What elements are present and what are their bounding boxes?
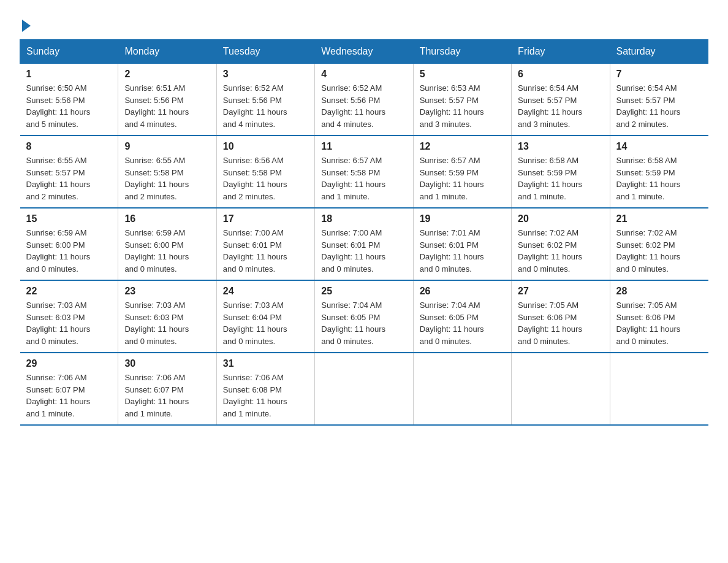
calendar-cell: 19Sunrise: 7:01 AMSunset: 6:01 PMDayligh… [413, 208, 511, 280]
calendar-cell: 29Sunrise: 7:06 AMSunset: 6:07 PMDayligh… [20, 353, 118, 425]
day-number: 15 [26, 213, 112, 224]
calendar-cell: 1Sunrise: 6:50 AMSunset: 5:56 PMDaylight… [20, 64, 118, 136]
calendar-cell: 14Sunrise: 6:58 AMSunset: 5:59 PMDayligh… [610, 136, 708, 208]
calendar-cell: 12Sunrise: 6:57 AMSunset: 5:59 PMDayligh… [413, 136, 511, 208]
calendar-cell: 25Sunrise: 7:04 AMSunset: 6:05 PMDayligh… [315, 280, 413, 353]
week-row-1: 1Sunrise: 6:50 AMSunset: 5:56 PMDaylight… [20, 64, 708, 136]
day-info: Sunrise: 7:05 AMSunset: 6:06 PMDaylight:… [518, 299, 603, 347]
day-number: 21 [616, 213, 702, 224]
calendar-cell: 18Sunrise: 7:00 AMSunset: 6:01 PMDayligh… [315, 208, 413, 280]
week-row-5: 29Sunrise: 7:06 AMSunset: 6:07 PMDayligh… [20, 353, 708, 425]
day-info: Sunrise: 7:04 AMSunset: 6:05 PMDaylight:… [420, 299, 505, 347]
calendar-cell: 13Sunrise: 6:58 AMSunset: 5:59 PMDayligh… [512, 136, 610, 208]
calendar-cell: 21Sunrise: 7:02 AMSunset: 6:02 PMDayligh… [610, 208, 708, 280]
day-info: Sunrise: 7:06 AMSunset: 6:08 PMDaylight:… [223, 372, 308, 419]
calendar-table: SundayMondayTuesdayWednesdayThursdayFrid… [20, 39, 708, 426]
day-number: 20 [518, 213, 603, 224]
logo-arrow-icon [22, 20, 31, 32]
calendar-cell: 15Sunrise: 6:59 AMSunset: 6:00 PMDayligh… [20, 208, 118, 280]
day-number: 14 [616, 141, 702, 152]
day-info: Sunrise: 7:02 AMSunset: 6:02 PMDaylight:… [518, 227, 603, 275]
day-number: 17 [223, 213, 308, 224]
day-info: Sunrise: 7:02 AMSunset: 6:02 PMDaylight:… [616, 227, 702, 275]
day-number: 18 [321, 213, 406, 224]
day-number: 2 [124, 69, 210, 80]
day-number: 4 [321, 69, 406, 80]
day-number: 30 [124, 358, 210, 369]
day-info: Sunrise: 6:52 AMSunset: 5:56 PMDaylight:… [223, 82, 308, 130]
day-info: Sunrise: 7:04 AMSunset: 6:05 PMDaylight:… [321, 299, 406, 347]
day-number: 7 [616, 69, 702, 80]
calendar-cell: 24Sunrise: 7:03 AMSunset: 6:04 PMDayligh… [216, 280, 314, 353]
calendar-cell [610, 353, 708, 425]
day-info: Sunrise: 6:56 AMSunset: 5:58 PMDaylight:… [223, 155, 308, 202]
day-info: Sunrise: 6:58 AMSunset: 5:59 PMDaylight:… [518, 155, 603, 202]
calendar-cell: 7Sunrise: 6:54 AMSunset: 5:57 PMDaylight… [610, 64, 708, 136]
calendar-cell: 5Sunrise: 6:53 AMSunset: 5:57 PMDaylight… [413, 64, 511, 136]
day-number: 9 [124, 141, 210, 152]
calendar-cell [512, 353, 610, 425]
day-info: Sunrise: 7:03 AMSunset: 6:04 PMDaylight:… [223, 299, 308, 347]
calendar-cell: 22Sunrise: 7:03 AMSunset: 6:03 PMDayligh… [20, 280, 118, 353]
calendar-cell: 4Sunrise: 6:52 AMSunset: 5:56 PMDaylight… [315, 64, 413, 136]
day-info: Sunrise: 6:57 AMSunset: 5:59 PMDaylight:… [420, 155, 505, 202]
header-tuesday: Tuesday [216, 40, 314, 64]
calendar-cell: 9Sunrise: 6:55 AMSunset: 5:58 PMDaylight… [118, 136, 216, 208]
calendar-cell: 6Sunrise: 6:54 AMSunset: 5:57 PMDaylight… [512, 64, 610, 136]
calendar-cell [413, 353, 511, 425]
calendar-cell: 11Sunrise: 6:57 AMSunset: 5:58 PMDayligh… [315, 136, 413, 208]
day-info: Sunrise: 7:05 AMSunset: 6:06 PMDaylight:… [616, 299, 702, 347]
calendar-header-row: SundayMondayTuesdayWednesdayThursdayFrid… [20, 40, 708, 64]
day-info: Sunrise: 6:54 AMSunset: 5:57 PMDaylight:… [518, 82, 603, 130]
day-number: 6 [518, 69, 603, 80]
header-monday: Monday [118, 40, 216, 64]
day-number: 10 [223, 141, 308, 152]
calendar-cell: 8Sunrise: 6:55 AMSunset: 5:57 PMDaylight… [20, 136, 118, 208]
day-info: Sunrise: 6:59 AMSunset: 6:00 PMDaylight:… [124, 227, 210, 275]
header-saturday: Saturday [610, 40, 708, 64]
day-number: 12 [420, 141, 505, 152]
day-info: Sunrise: 6:58 AMSunset: 5:59 PMDaylight:… [616, 155, 702, 202]
day-number: 22 [26, 286, 112, 297]
day-number: 28 [616, 286, 702, 297]
day-info: Sunrise: 6:55 AMSunset: 5:57 PMDaylight:… [26, 155, 112, 202]
week-row-3: 15Sunrise: 6:59 AMSunset: 6:00 PMDayligh… [20, 208, 708, 280]
day-info: Sunrise: 6:50 AMSunset: 5:56 PMDaylight:… [26, 82, 112, 130]
week-row-2: 8Sunrise: 6:55 AMSunset: 5:57 PMDaylight… [20, 136, 708, 208]
logo [20, 15, 31, 32]
day-number: 1 [26, 69, 112, 80]
calendar-cell: 23Sunrise: 7:03 AMSunset: 6:03 PMDayligh… [118, 280, 216, 353]
page-header [20, 15, 708, 32]
calendar-cell: 16Sunrise: 6:59 AMSunset: 6:00 PMDayligh… [118, 208, 216, 280]
day-info: Sunrise: 7:06 AMSunset: 6:07 PMDaylight:… [26, 372, 112, 419]
day-info: Sunrise: 6:54 AMSunset: 5:57 PMDaylight:… [616, 82, 702, 130]
day-number: 3 [223, 69, 308, 80]
calendar-cell: 27Sunrise: 7:05 AMSunset: 6:06 PMDayligh… [512, 280, 610, 353]
calendar-cell: 31Sunrise: 7:06 AMSunset: 6:08 PMDayligh… [216, 353, 314, 425]
day-number: 19 [420, 213, 505, 224]
day-number: 16 [124, 213, 210, 224]
day-info: Sunrise: 6:52 AMSunset: 5:56 PMDaylight:… [321, 82, 406, 130]
header-friday: Friday [512, 40, 610, 64]
calendar-cell: 10Sunrise: 6:56 AMSunset: 5:58 PMDayligh… [216, 136, 314, 208]
day-number: 31 [223, 358, 308, 369]
calendar-cell: 17Sunrise: 7:00 AMSunset: 6:01 PMDayligh… [216, 208, 314, 280]
day-number: 27 [518, 286, 603, 297]
calendar-cell: 30Sunrise: 7:06 AMSunset: 6:07 PMDayligh… [118, 353, 216, 425]
day-info: Sunrise: 6:51 AMSunset: 5:56 PMDaylight:… [124, 82, 210, 130]
week-row-4: 22Sunrise: 7:03 AMSunset: 6:03 PMDayligh… [20, 280, 708, 353]
calendar-cell: 2Sunrise: 6:51 AMSunset: 5:56 PMDaylight… [118, 64, 216, 136]
day-info: Sunrise: 6:55 AMSunset: 5:58 PMDaylight:… [124, 155, 210, 202]
day-number: 8 [26, 141, 112, 152]
logo-general [20, 20, 31, 32]
day-info: Sunrise: 6:59 AMSunset: 6:00 PMDaylight:… [26, 227, 112, 275]
calendar-cell: 20Sunrise: 7:02 AMSunset: 6:02 PMDayligh… [512, 208, 610, 280]
day-info: Sunrise: 6:53 AMSunset: 5:57 PMDaylight:… [420, 82, 505, 130]
day-info: Sunrise: 7:00 AMSunset: 6:01 PMDaylight:… [223, 227, 308, 275]
day-info: Sunrise: 7:01 AMSunset: 6:01 PMDaylight:… [420, 227, 505, 275]
header-thursday: Thursday [413, 40, 511, 64]
calendar-cell: 26Sunrise: 7:04 AMSunset: 6:05 PMDayligh… [413, 280, 511, 353]
calendar-cell [315, 353, 413, 425]
day-number: 24 [223, 286, 308, 297]
day-info: Sunrise: 6:57 AMSunset: 5:58 PMDaylight:… [321, 155, 406, 202]
